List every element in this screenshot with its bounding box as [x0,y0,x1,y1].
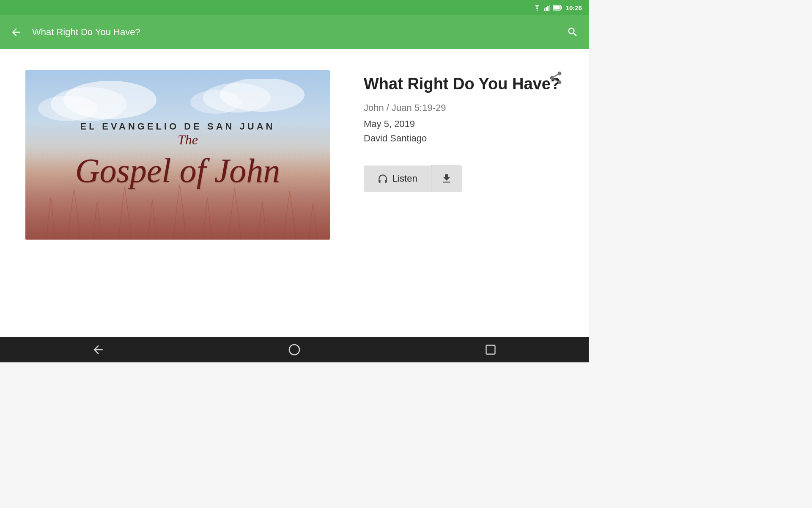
nav-bar [0,337,589,362]
nav-home-button[interactable] [277,339,311,360]
search-icon [567,26,579,38]
status-bar: 10:26 [0,0,589,15]
status-icons [533,4,562,11]
svg-rect-6 [554,6,560,10]
svg-rect-2 [547,6,549,11]
action-buttons: Listen [364,165,563,192]
svg-rect-0 [544,8,545,11]
svg-rect-3 [549,5,550,11]
nav-recent-icon [485,344,497,356]
search-button[interactable] [567,26,579,38]
app-bar-title: What Right Do You Have? [32,27,567,38]
svg-rect-1 [546,7,547,11]
headphones-icon [377,173,388,184]
wifi-icon [533,4,541,11]
back-button[interactable] [10,26,22,38]
image-title-the: The [178,132,330,148]
svg-point-14 [289,345,299,355]
signal-icon [544,4,551,11]
main-content: EL EVANGELIO DE SAN JUAN The Gospel of J… [0,49,589,337]
sermon-info: What Right Do You Have? John / Juan 5:19… [364,70,563,192]
svg-rect-15 [486,345,495,354]
sermon-image: EL EVANGELIO DE SAN JUAN The Gospel of J… [25,70,330,240]
nav-home-icon [288,343,301,356]
battery-icon [553,5,562,11]
download-button[interactable] [431,165,462,192]
nav-back-icon [91,343,105,356]
nav-recent-button[interactable] [474,339,508,360]
listen-label: Listen [392,173,417,184]
image-title-main: Gospel of John [75,152,280,189]
back-arrow-icon [10,26,22,38]
share-icon [548,70,563,86]
sermon-scripture: John / Juan 5:19-29 [364,102,563,113]
nav-back-button[interactable] [81,339,115,360]
sermon-title: What Right Do You Have? [364,75,563,94]
sermon-date: May 5, 2019 [364,119,563,130]
svg-rect-5 [561,6,562,9]
status-time: 10:26 [566,4,582,11]
image-subtitle: EL EVANGELIO DE SAN JUAN [80,121,275,132]
listen-button[interactable]: Listen [364,166,431,192]
download-icon [441,173,453,185]
share-button[interactable] [548,70,563,86]
app-bar: What Right Do You Have? [0,15,589,49]
sermon-speaker: David Santiago [364,133,563,144]
